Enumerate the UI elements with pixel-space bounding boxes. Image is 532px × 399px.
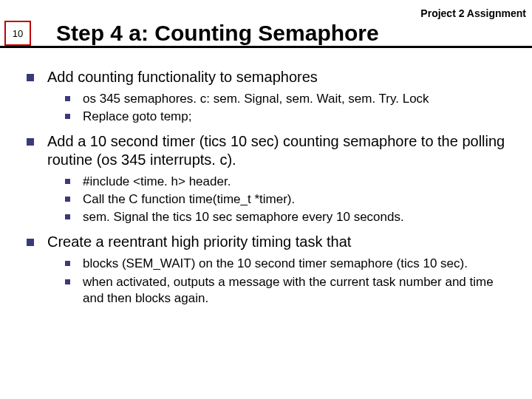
list-item: os 345 semaphores. c: sem. Signal, sem. … xyxy=(65,91,517,107)
page-title: Step 4 a: Counting Semaphore xyxy=(56,21,379,46)
list-item: Add a 10 second timer (tics 10 sec) coun… xyxy=(27,132,517,225)
bullet-text: Create a reentrant high priority timing … xyxy=(47,233,351,250)
list-item: Call the C function time(time_t *timer). xyxy=(65,191,517,208)
bullet-text: Add a 10 second timer (tics 10 sec) coun… xyxy=(47,133,505,168)
list-item: Replace goto temp; xyxy=(65,109,517,125)
list-item: when activated, outputs a message with t… xyxy=(65,274,517,307)
list-item: sem. Signal the tics 10 sec semaphore ev… xyxy=(65,209,517,225)
list-item: Create a reentrant high priority timing … xyxy=(27,233,517,306)
title-row: 10 Step 4 a: Counting Semaphore xyxy=(0,21,532,46)
project-label: Project 2 Assignment xyxy=(420,7,526,19)
list-item: Add counting functionality to semaphores… xyxy=(27,68,517,125)
list-item: blocks (SEM_WAIT) on the 10 second timer… xyxy=(65,256,517,272)
page-number-box: 10 xyxy=(4,21,31,46)
title-underline xyxy=(0,46,532,48)
list-item: #include <time. h> header. xyxy=(65,174,517,190)
bullet-text: Add counting functionality to semaphores xyxy=(47,69,318,85)
content-area: Add counting functionality to semaphores… xyxy=(27,68,517,314)
